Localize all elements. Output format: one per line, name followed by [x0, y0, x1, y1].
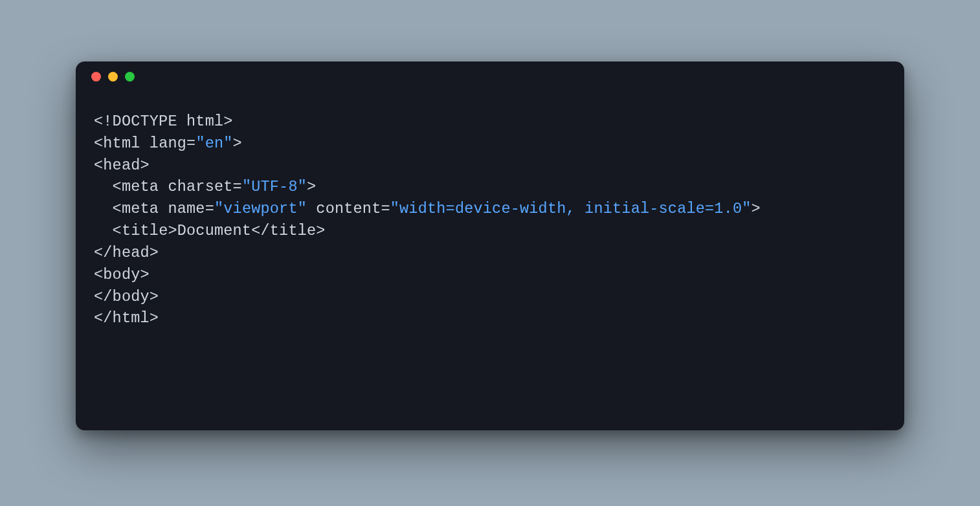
code-token: content — [316, 200, 381, 217]
code-token: < — [94, 266, 103, 283]
code-token: < — [94, 200, 122, 217]
code-token: body — [103, 266, 140, 283]
code-line: </body> — [94, 286, 886, 308]
code-line: <body> — [94, 264, 886, 286]
code-line: <meta charset="UTF-8"> — [94, 176, 886, 198]
code-token: meta — [122, 200, 159, 217]
code-line: <title>Document</title> — [94, 220, 886, 242]
code-token: < — [94, 222, 122, 239]
code-line: <html lang="en"> — [94, 133, 886, 155]
code-view: <!DOCTYPE html><html lang="en"><head> <m… — [76, 91, 904, 342]
code-token: > — [233, 135, 242, 152]
code-token: > — [150, 288, 159, 305]
code-token: > — [223, 113, 232, 130]
code-token — [159, 178, 168, 195]
code-token: = — [205, 200, 214, 217]
code-line: <meta name="viewport" content="width=dev… — [94, 198, 886, 220]
code-token: </ — [94, 309, 113, 327]
code-line: <head> — [94, 155, 886, 177]
code-token: "viewport" — [214, 200, 307, 217]
code-token: = — [233, 178, 242, 195]
code-token: </ — [94, 244, 113, 261]
code-token — [140, 135, 150, 152]
code-token: > — [140, 157, 150, 174]
code-token: meta — [122, 178, 159, 195]
code-token: title — [270, 222, 317, 239]
code-token: html — [103, 135, 140, 152]
maximize-icon[interactable] — [125, 72, 135, 82]
code-token: </ — [251, 222, 270, 239]
code-token: < — [94, 178, 122, 195]
code-token: > — [307, 178, 316, 195]
code-token: name — [168, 200, 205, 217]
code-token: head — [113, 244, 150, 261]
code-token: lang — [150, 135, 186, 152]
code-token: > — [150, 244, 159, 261]
minimize-icon[interactable] — [108, 72, 118, 82]
code-token: title — [122, 222, 168, 239]
code-token: </ — [94, 288, 113, 305]
page-background: <!DOCTYPE html><html lang="en"><head> <m… — [0, 0, 980, 506]
code-token: > — [316, 222, 325, 239]
code-token: body — [113, 288, 150, 305]
code-token: "en" — [195, 135, 232, 152]
code-line: </head> — [94, 242, 886, 264]
window-titlebar — [76, 61, 904, 91]
code-token: > — [150, 309, 159, 327]
code-token — [159, 200, 168, 217]
code-token: < — [94, 157, 103, 174]
code-token — [307, 200, 316, 217]
code-token: > — [140, 266, 150, 283]
code-token: Document — [177, 222, 251, 239]
close-icon[interactable] — [91, 72, 101, 82]
code-line: <!DOCTYPE html> — [94, 111, 886, 133]
code-line: </html> — [94, 307, 886, 329]
code-token: html — [113, 309, 150, 327]
code-token: = — [381, 200, 390, 217]
code-token: <! — [94, 113, 113, 130]
code-token: "width=device-width, initial-scale=1.0" — [390, 200, 752, 217]
code-token: > — [168, 222, 177, 239]
code-token: "UTF-8" — [242, 178, 307, 195]
code-token: DOCTYPE html — [113, 113, 224, 130]
code-token: < — [94, 135, 103, 152]
code-token: = — [186, 135, 195, 152]
code-token: head — [103, 157, 140, 174]
code-token: > — [752, 200, 761, 217]
editor-window: <!DOCTYPE html><html lang="en"><head> <m… — [76, 61, 904, 430]
code-token: charset — [168, 178, 232, 195]
